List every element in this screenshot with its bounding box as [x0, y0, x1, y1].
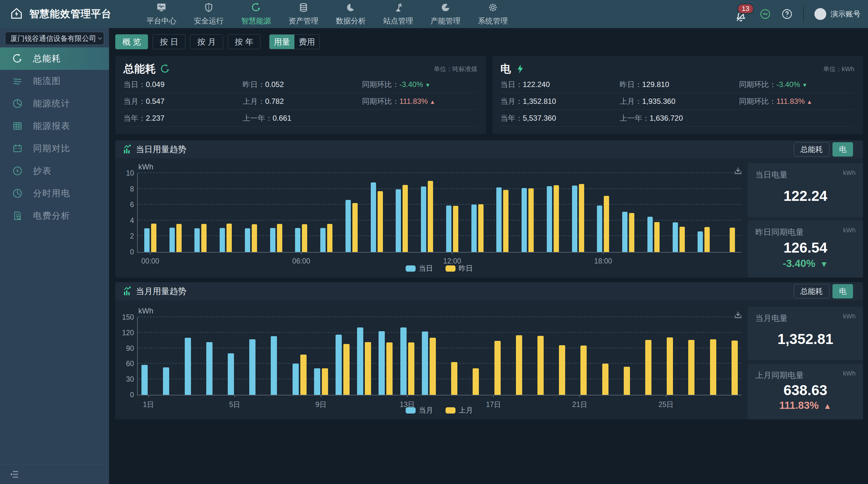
sidebar: 厦门锐谷通信设备有限公司 总能耗 能流图 [0, 28, 109, 484]
trend-chart-icon [122, 286, 133, 296]
bar-group [569, 317, 590, 395]
chevron-down-icon [96, 35, 104, 42]
legend-item-yesterday[interactable]: 昨日 [445, 263, 473, 273]
collapse-sidebar-button[interactable] [9, 469, 20, 480]
daily-chart: kWh 024681000:0006:0012:0018:00 当日 [115, 159, 745, 278]
bar-group [483, 317, 504, 395]
recycle-icon [12, 53, 23, 64]
tab-by-year[interactable]: 按 年 [228, 34, 260, 49]
link-loop-button[interactable] [760, 8, 771, 20]
sidebar-item-period-compare[interactable]: 同期对比 [0, 137, 109, 160]
y-tick-label: 120 [122, 329, 134, 337]
bar [478, 204, 484, 252]
nav-item-data-analysis[interactable]: 数据分析 [336, 2, 366, 26]
recycle-icon [251, 2, 261, 14]
bar [371, 182, 376, 252]
bar [336, 335, 342, 395]
help-button[interactable] [781, 8, 793, 20]
bar-group [565, 173, 591, 252]
side-menu: 总能耗 能流图 能源统计 能源报表 [0, 48, 109, 227]
app-title: 智慧能效管理平台 [29, 7, 112, 21]
toggle-usage[interactable]: 用量 [270, 35, 294, 49]
panel-value: 122.24 [755, 188, 856, 204]
bar [604, 196, 609, 252]
card-title: 电 [500, 62, 511, 76]
nav-item-safe-operation[interactable]: 安全运行 [194, 2, 224, 26]
x-tick-mark [452, 252, 453, 254]
bar-group [440, 173, 465, 252]
bar [597, 205, 602, 252]
bar [408, 342, 414, 395]
top-nav: 智慧能效管理平台 平台中心 安全运行 [0, 0, 868, 28]
legend-item-this-month[interactable]: 当月 [406, 405, 433, 415]
panel-unit: kWh [843, 370, 856, 381]
recycle-icon [160, 64, 170, 74]
toggle-cost[interactable]: 费用 [294, 35, 319, 49]
summary-cards: 总能耗 单位：吨标准煤 当日：0.049 昨日：0.052 同期环比：-3.40… [115, 56, 863, 134]
logo: 智慧能效管理平台 [0, 6, 147, 22]
bar-group [591, 317, 612, 395]
user-menu[interactable]: 演示账号 [814, 8, 861, 20]
bar [314, 368, 320, 395]
main-nav: 平台中心 安全运行 智慧能源 [147, 2, 508, 26]
sidebar-item-tariff-analysis[interactable]: 电费分析 [0, 205, 109, 227]
stat-label: 同期环比： [362, 97, 399, 106]
database-icon [298, 2, 309, 14]
change-arrow-icon: ▲ [824, 401, 832, 411]
bar-group [390, 173, 415, 252]
stat-label: 上月： [243, 97, 265, 106]
monthly-total-energy-button[interactable]: 总能耗 [794, 284, 829, 298]
panel-title: 当日电量 [755, 169, 787, 180]
tab-by-month[interactable]: 按 月 [190, 34, 223, 49]
y-tick-label: 90 [126, 344, 134, 352]
tab-by-day[interactable]: 按 日 [153, 34, 185, 49]
nav-item-smart-energy[interactable]: 智慧能源 [241, 2, 271, 26]
sidebar-item-energy-stats[interactable]: 能源统计 [0, 92, 109, 115]
sidebar-item-time-of-use[interactable]: 分时用电 [0, 182, 109, 205]
bar-group [414, 173, 440, 252]
calendar-icon [12, 143, 23, 154]
bar [528, 188, 534, 252]
bar-group [526, 317, 548, 395]
bar [220, 228, 225, 252]
bar [386, 342, 393, 395]
daily-total-energy-button[interactable]: 总能耗 [794, 142, 829, 156]
bill-search-icon [12, 210, 23, 221]
bar [277, 224, 282, 252]
nav-item-capacity-management[interactable]: 产能管理 [431, 2, 461, 26]
bar-group [314, 173, 339, 252]
company-select[interactable]: 厦门锐谷通信设备有限公司 [5, 32, 104, 45]
sidebar-item-energy-flow[interactable]: 能流图 [0, 70, 109, 92]
notifications-button[interactable]: 13 [735, 5, 749, 23]
legend-item-last-month[interactable]: 上月 [445, 405, 473, 415]
section-body: kWh 024681000:0006:0012:0018:00 当日 [115, 159, 863, 278]
x-tick-mark [407, 395, 407, 397]
sidebar-item-energy-report[interactable]: 能源报表 [0, 115, 109, 137]
bar-group [548, 317, 569, 395]
sidebar-item-total-energy[interactable]: 总能耗 [0, 48, 109, 70]
bar [554, 185, 559, 252]
sidebar-item-meter-reading[interactable]: 抄表 [0, 160, 109, 182]
bar [206, 342, 213, 395]
stat-row: 当日：122.240 昨日：129.810 同期环比：-3.40%▼ [500, 77, 854, 93]
nav-item-site-management[interactable]: 站点管理 [383, 2, 413, 26]
tab-overview[interactable]: 概 览 [115, 34, 148, 49]
bar [142, 365, 148, 395]
nav-label: 智慧能源 [241, 16, 271, 26]
legend-item-today[interactable]: 当日 [406, 263, 433, 273]
y-tick-label: 30 [126, 375, 134, 383]
daily-electricity-button[interactable]: 电 [833, 142, 853, 156]
monthly-electricity-button[interactable]: 电 [833, 284, 853, 298]
bar-group [465, 173, 490, 252]
legend-swatch [406, 407, 415, 414]
stat-label: 上月： [620, 97, 642, 106]
bar [403, 185, 408, 252]
bar [622, 212, 627, 252]
nav-right: 13 演示账号 [735, 5, 868, 23]
bar-group [515, 173, 540, 252]
stat-row: 当年：5,537.360 上一年：1,636.720 [500, 110, 854, 126]
stat-value: 2.237 [146, 114, 164, 122]
nav-item-system-management[interactable]: 系统管理 [478, 2, 508, 26]
nav-item-platform-center[interactable]: 平台中心 [147, 2, 176, 26]
nav-item-asset-management[interactable]: 资产管理 [288, 2, 318, 26]
